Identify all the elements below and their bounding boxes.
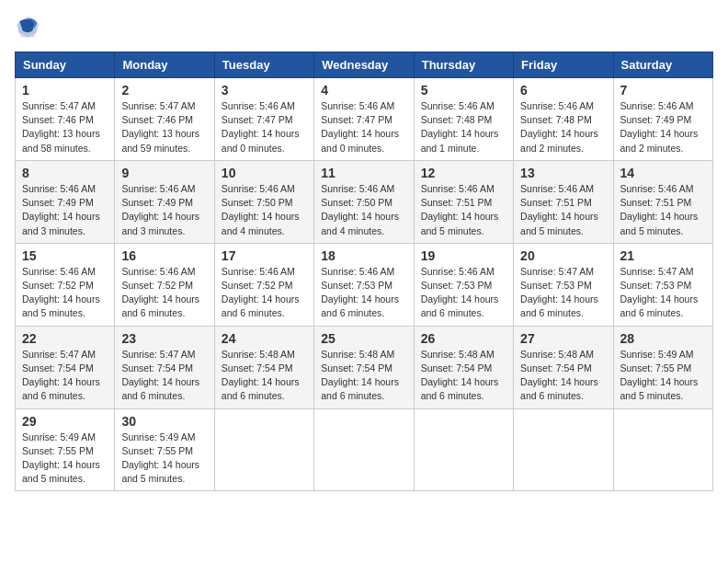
- calendar-cell: 28Sunrise: 5:49 AMSunset: 7:55 PMDayligh…: [613, 326, 712, 408]
- day-number: 8: [22, 166, 108, 180]
- cell-info-line: Sunrise: 5:46 AM: [620, 99, 706, 113]
- cell-info-line: Sunrise: 5:49 AM: [620, 348, 706, 362]
- day-number: 18: [321, 248, 406, 263]
- cell-info-line: and 0 minutes.: [321, 142, 406, 155]
- cell-info-line: Sunrise: 5:46 AM: [520, 182, 606, 196]
- cell-info-line: Daylight: 14 hours: [222, 210, 307, 224]
- cell-info-line: Daylight: 14 hours: [321, 210, 406, 224]
- cell-info-line: Daylight: 14 hours: [22, 293, 108, 306]
- calendar-cell: 9Sunrise: 5:46 AMSunset: 7:49 PMDaylight…: [115, 160, 214, 243]
- cell-info: Sunrise: 5:46 AMSunset: 7:48 PMDaylight:…: [421, 99, 506, 155]
- cell-info-line: and 5 minutes.: [22, 472, 108, 486]
- cell-info-line: Sunrise: 5:46 AM: [321, 99, 406, 113]
- cell-info-line: Sunset: 7:49 PM: [22, 196, 108, 210]
- cell-info: Sunrise: 5:46 AMSunset: 7:51 PMDaylight:…: [620, 182, 706, 238]
- calendar-cell: 29Sunrise: 5:49 AMSunset: 7:55 PMDayligh…: [16, 408, 115, 491]
- day-number: 23: [121, 331, 207, 346]
- cell-info-line: and 0 minutes.: [222, 142, 307, 155]
- cell-info-line: Daylight: 14 hours: [421, 210, 506, 224]
- cell-info: Sunrise: 5:47 AMSunset: 7:54 PMDaylight:…: [121, 348, 207, 404]
- cell-info: Sunrise: 5:48 AMSunset: 7:54 PMDaylight:…: [520, 348, 606, 404]
- day-number: 27: [520, 331, 606, 346]
- cell-info-line: Daylight: 14 hours: [321, 375, 406, 389]
- calendar-week-row: 29Sunrise: 5:49 AMSunset: 7:55 PMDayligh…: [16, 408, 713, 491]
- day-number: 19: [421, 248, 506, 263]
- calendar-cell: [613, 408, 712, 491]
- cell-info-line: Daylight: 14 hours: [22, 210, 108, 224]
- cell-info-line: Sunset: 7:55 PM: [620, 362, 706, 375]
- calendar-week-row: 15Sunrise: 5:46 AMSunset: 7:52 PMDayligh…: [16, 243, 713, 326]
- calendar-cell: 1Sunrise: 5:47 AMSunset: 7:46 PMDaylight…: [16, 78, 115, 161]
- day-number: 4: [321, 83, 406, 98]
- cell-info-line: and 6 minutes.: [520, 306, 606, 320]
- cell-info-line: Daylight: 13 hours: [121, 127, 207, 141]
- calendar-week-row: 1Sunrise: 5:47 AMSunset: 7:46 PMDaylight…: [16, 78, 713, 161]
- day-number: 5: [421, 83, 506, 98]
- cell-info-line: Sunrise: 5:47 AM: [121, 348, 207, 362]
- cell-info-line: Daylight: 14 hours: [520, 127, 606, 141]
- calendar-cell: 30Sunrise: 5:49 AMSunset: 7:55 PMDayligh…: [115, 408, 214, 491]
- cell-info: Sunrise: 5:47 AMSunset: 7:54 PMDaylight:…: [22, 348, 108, 404]
- cell-info: Sunrise: 5:46 AMSunset: 7:53 PMDaylight:…: [321, 265, 406, 321]
- cell-info-line: Sunset: 7:49 PM: [620, 113, 706, 127]
- cell-info-line: Daylight: 14 hours: [321, 127, 406, 141]
- cell-info: Sunrise: 5:46 AMSunset: 7:50 PMDaylight:…: [222, 182, 307, 238]
- cell-info-line: Sunset: 7:46 PM: [121, 113, 207, 127]
- day-number: 26: [421, 331, 506, 346]
- calendar-cell: 27Sunrise: 5:48 AMSunset: 7:54 PMDayligh…: [514, 326, 613, 408]
- cell-info-line: Sunset: 7:52 PM: [121, 279, 207, 293]
- cell-info: Sunrise: 5:46 AMSunset: 7:50 PMDaylight:…: [321, 182, 406, 238]
- calendar-cell: 21Sunrise: 5:47 AMSunset: 7:53 PMDayligh…: [613, 243, 712, 326]
- cell-info-line: Sunset: 7:47 PM: [321, 113, 406, 127]
- calendar-cell: 4Sunrise: 5:46 AMSunset: 7:47 PMDaylight…: [314, 78, 414, 161]
- cell-info-line: Sunrise: 5:46 AM: [620, 182, 706, 196]
- cell-info-line: Sunrise: 5:46 AM: [321, 265, 406, 279]
- cell-info-line: Sunset: 7:55 PM: [22, 444, 108, 458]
- page-header: [15, 15, 713, 40]
- cell-info-line: Daylight: 14 hours: [421, 293, 506, 306]
- cell-info-line: Daylight: 14 hours: [321, 293, 406, 306]
- cell-info-line: Sunrise: 5:46 AM: [22, 182, 108, 196]
- logo-icon: [15, 15, 40, 40]
- cell-info-line: Daylight: 14 hours: [520, 375, 606, 389]
- cell-info: Sunrise: 5:46 AMSunset: 7:48 PMDaylight:…: [520, 99, 606, 155]
- cell-info-line: Sunset: 7:51 PM: [520, 196, 606, 210]
- day-header-sunday: Sunday: [16, 52, 115, 78]
- calendar-cell: [514, 408, 613, 491]
- calendar-cell: 2Sunrise: 5:47 AMSunset: 7:46 PMDaylight…: [115, 78, 214, 161]
- cell-info: Sunrise: 5:46 AMSunset: 7:47 PMDaylight:…: [321, 99, 406, 155]
- calendar-cell: 12Sunrise: 5:46 AMSunset: 7:51 PMDayligh…: [414, 160, 513, 243]
- cell-info-line: Sunset: 7:54 PM: [421, 362, 506, 375]
- calendar-cell: [214, 408, 313, 491]
- logo: [15, 15, 44, 40]
- day-header-monday: Monday: [115, 52, 214, 78]
- calendar-cell: 8Sunrise: 5:46 AMSunset: 7:49 PMDaylight…: [16, 160, 115, 243]
- cell-info-line: Sunset: 7:54 PM: [321, 362, 406, 375]
- calendar-cell: 23Sunrise: 5:47 AMSunset: 7:54 PMDayligh…: [115, 326, 214, 408]
- day-header-wednesday: Wednesday: [314, 52, 414, 78]
- cell-info-line: Sunrise: 5:46 AM: [222, 182, 307, 196]
- cell-info-line: Sunset: 7:52 PM: [22, 279, 108, 293]
- cell-info-line: Sunrise: 5:47 AM: [121, 99, 207, 113]
- calendar-week-row: 22Sunrise: 5:47 AMSunset: 7:54 PMDayligh…: [16, 326, 713, 408]
- cell-info-line: Daylight: 14 hours: [520, 210, 606, 224]
- cell-info-line: Sunset: 7:50 PM: [222, 196, 307, 210]
- day-number: 15: [22, 248, 108, 263]
- cell-info: Sunrise: 5:46 AMSunset: 7:49 PMDaylight:…: [22, 182, 108, 238]
- calendar-cell: 17Sunrise: 5:46 AMSunset: 7:52 PMDayligh…: [214, 243, 313, 326]
- cell-info-line: Daylight: 14 hours: [222, 127, 307, 141]
- calendar-cell: 7Sunrise: 5:46 AMSunset: 7:49 PMDaylight…: [613, 78, 712, 161]
- calendar-cell: 5Sunrise: 5:46 AMSunset: 7:48 PMDaylight…: [414, 78, 513, 161]
- cell-info-line: Sunset: 7:51 PM: [421, 196, 506, 210]
- cell-info: Sunrise: 5:49 AMSunset: 7:55 PMDaylight:…: [121, 431, 207, 487]
- cell-info: Sunrise: 5:46 AMSunset: 7:52 PMDaylight:…: [22, 265, 108, 321]
- day-number: 6: [520, 83, 606, 98]
- cell-info: Sunrise: 5:46 AMSunset: 7:47 PMDaylight:…: [222, 99, 307, 155]
- calendar-cell: [414, 408, 513, 491]
- day-number: 22: [22, 331, 108, 346]
- cell-info-line: Sunset: 7:53 PM: [520, 279, 606, 293]
- cell-info-line: Sunset: 7:51 PM: [620, 196, 706, 210]
- day-number: 29: [22, 414, 108, 429]
- cell-info-line: and 5 minutes.: [121, 472, 207, 486]
- cell-info-line: Sunset: 7:48 PM: [520, 113, 606, 127]
